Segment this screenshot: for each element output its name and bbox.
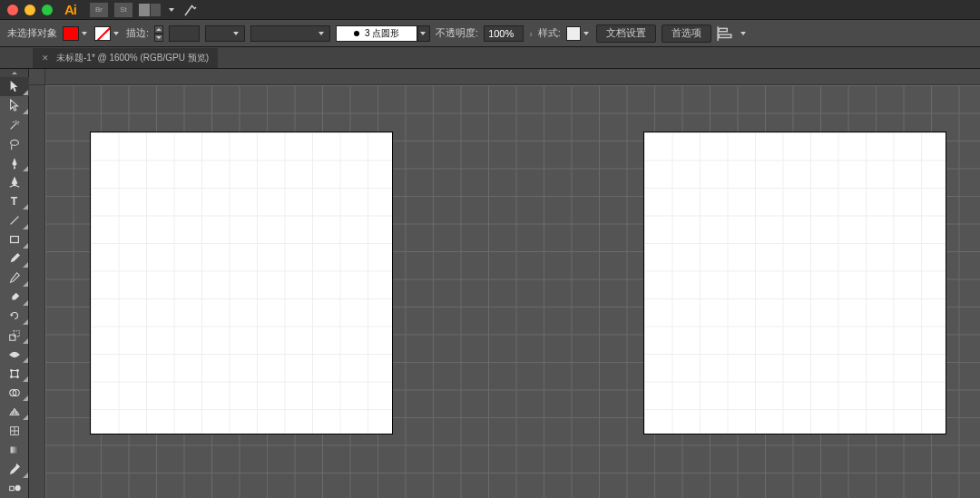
fill-dropdown-icon[interactable] — [80, 26, 89, 41]
toolbox-panel: T — [0, 69, 29, 498]
stroke-weight-down-icon[interactable] — [154, 34, 163, 42]
macos-titlebar: Ai Br St — [0, 0, 980, 20]
svg-point-12 — [11, 376, 13, 377]
selection-status-label: 未选择对象 — [7, 26, 57, 40]
opacity-input[interactable]: 100% — [484, 25, 524, 42]
gradient-tool[interactable] — [0, 441, 29, 460]
eyedropper-tool[interactable] — [0, 460, 29, 479]
selection-tool[interactable] — [0, 77, 29, 96]
blend-tool[interactable] — [0, 479, 29, 498]
horizontal-ruler[interactable] — [45, 69, 980, 85]
type-tool[interactable]: T — [0, 191, 29, 210]
direct-selection-tool[interactable] — [0, 96, 29, 115]
window-minimize-button[interactable] — [24, 5, 35, 15]
fill-swatch-group[interactable] — [63, 26, 89, 41]
canvas-inner[interactable] — [45, 85, 980, 498]
graphic-style-dropdown[interactable] — [566, 26, 591, 41]
artboard-2[interactable] — [644, 132, 946, 434]
brush-profile-dropdown[interactable]: 3 点圆形 — [336, 25, 430, 42]
stroke-swatch-group[interactable] — [94, 26, 121, 41]
stroke-color-swatch[interactable] — [94, 26, 111, 41]
arrange-documents-button[interactable] — [139, 4, 161, 16]
svg-rect-9 — [12, 370, 18, 376]
canvas-viewport[interactable] — [29, 69, 980, 498]
ruler-origin-corner[interactable] — [29, 69, 45, 85]
fill-color-swatch[interactable] — [63, 26, 79, 41]
opacity-value: 100% — [488, 28, 514, 39]
svg-rect-1 — [719, 34, 731, 37]
arrange-dropdown-icon[interactable] — [167, 3, 176, 17]
brush-profile-preview: 3 点圆形 — [336, 25, 417, 42]
control-bar: 未选择对象 描边: 3 点圆形 不透明度: 100% › 样式: 文档设置 首选… — [0, 20, 980, 47]
stroke-weight-label: 描边: — [126, 26, 149, 40]
line-tool[interactable] — [0, 210, 29, 229]
main-area: T — [0, 69, 980, 498]
chevron-down-icon — [420, 26, 426, 41]
chevron-down-icon — [317, 26, 326, 41]
svg-point-3 — [11, 140, 19, 145]
tab-close-icon[interactable]: ✕ — [42, 54, 49, 62]
opacity-expand-icon[interactable]: › — [529, 28, 533, 39]
rectangle-tool[interactable] — [0, 230, 29, 249]
svg-rect-8 — [14, 330, 19, 336]
paintbrush-tool[interactable] — [0, 249, 29, 269]
curvature-tool[interactable] — [0, 172, 29, 191]
preferences-button[interactable]: 首选项 — [662, 24, 711, 43]
toolbox-collapse-button[interactable] — [0, 69, 28, 77]
svg-rect-20 — [10, 487, 14, 491]
graphic-style-swatch — [566, 26, 581, 41]
align-flyout-icon[interactable] — [717, 25, 733, 42]
pen-tool[interactable] — [0, 153, 29, 172]
mesh-tool[interactable] — [0, 421, 29, 440]
document-tab[interactable]: ✕ 未标题-1* @ 1600% (RGB/GPU 预览) — [33, 48, 218, 68]
stroke-weight-up-icon[interactable] — [154, 25, 163, 34]
artboard-grid — [91, 132, 392, 434]
artboard-1[interactable] — [91, 132, 392, 434]
scale-tool[interactable] — [0, 326, 29, 345]
eraser-tool[interactable] — [0, 288, 29, 307]
svg-point-11 — [17, 369, 19, 371]
opacity-label: 不透明度: — [436, 26, 478, 40]
svg-point-21 — [15, 486, 20, 491]
svg-rect-19 — [11, 447, 19, 454]
app-logo: Ai — [64, 2, 76, 17]
pencil-tool[interactable] — [0, 269, 29, 288]
window-close-button[interactable] — [7, 5, 18, 15]
stroke-weight-input[interactable] — [169, 25, 200, 42]
chevron-down-icon — [231, 26, 240, 41]
brush-definition-dropdown[interactable] — [250, 25, 330, 42]
vertical-ruler[interactable] — [29, 85, 45, 498]
document-setup-button[interactable]: 文档设置 — [596, 24, 656, 43]
stock-button[interactable]: St — [114, 3, 132, 17]
dot-icon — [354, 31, 359, 36]
document-tab-title: 未标题-1* @ 1600% (RGB/GPU 预览) — [56, 52, 209, 64]
bridge-button[interactable]: Br — [90, 3, 108, 17]
stroke-weight-stepper[interactable] — [154, 25, 163, 42]
width-tool[interactable] — [0, 345, 29, 364]
svg-line-5 — [11, 217, 19, 225]
magic-wand-tool[interactable] — [0, 115, 29, 134]
chevron-down-icon — [582, 26, 591, 41]
svg-point-13 — [17, 376, 19, 377]
svg-rect-0 — [719, 28, 727, 31]
brush-profile-label: 3 点圆形 — [365, 27, 399, 40]
svg-text:T: T — [11, 195, 18, 208]
shape-builder-tool[interactable] — [0, 383, 29, 402]
search-icon[interactable] — [182, 2, 199, 18]
lasso-tool[interactable] — [0, 134, 29, 153]
stroke-dropdown-icon[interactable] — [112, 26, 121, 41]
align-dropdown-icon[interactable] — [739, 26, 748, 41]
window-maximize-button[interactable] — [42, 5, 53, 15]
svg-rect-7 — [10, 335, 15, 340]
document-tab-bar: ✕ 未标题-1* @ 1600% (RGB/GPU 预览) — [0, 47, 980, 69]
svg-point-10 — [11, 369, 13, 371]
artboard-grid — [644, 132, 946, 434]
free-transform-tool[interactable] — [0, 364, 29, 383]
perspective-grid-tool[interactable] — [0, 402, 29, 421]
rotate-tool[interactable] — [0, 307, 29, 326]
variable-width-profile-dropdown[interactable] — [205, 25, 245, 42]
style-label: 样式: — [538, 26, 561, 40]
brush-profile-caret[interactable] — [417, 25, 430, 42]
svg-rect-6 — [11, 237, 19, 243]
